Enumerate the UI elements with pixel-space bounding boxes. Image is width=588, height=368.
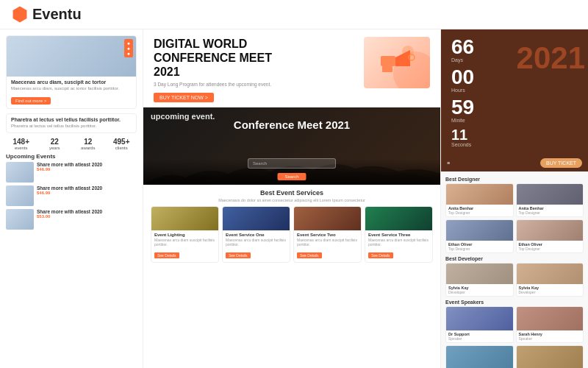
designer3-body: Ethan Oliver Top Designer xyxy=(446,241,513,252)
event2-thumbnail xyxy=(6,185,34,206)
card2-body: Pharetra at lectus vel tellus facilisis … xyxy=(7,114,136,132)
service1-title: Event Lighting xyxy=(154,233,215,237)
conference-header-inner: DIGITAL WORLDCONFERENCE MEET2021 3 Day L… xyxy=(154,37,430,102)
speaker2-body: Sarah Henry Speaker xyxy=(517,330,584,342)
service4-btn[interactable]: See Details xyxy=(368,252,393,258)
card1-body: Maecenas arcu diam, suscipit ac tortor M… xyxy=(7,77,136,108)
speaker-card-2: Sarah Henry Speaker xyxy=(516,306,584,343)
card1-image: ●●● xyxy=(7,36,136,77)
service1-btn[interactable]: See Details xyxy=(154,252,179,258)
developer1-role: Developer xyxy=(448,290,511,294)
days-value: 66 xyxy=(451,37,512,57)
designer1-body: Anita Benhar Top Designer xyxy=(446,205,513,216)
minutes-label: Minite xyxy=(451,118,512,123)
developer2-image xyxy=(517,263,584,284)
event2-title: Share more with atleast 2020 xyxy=(37,185,137,191)
year-overlay: 2021 xyxy=(517,43,585,74)
developer1-body: Sylvia Kay Developer xyxy=(446,284,513,296)
panel-right: 66 Days 2021 00 Hours 59 Minite 11 xyxy=(441,29,588,368)
countdown-minutes: 59 Minite xyxy=(451,97,512,123)
speaker2-title: Speaker xyxy=(519,336,581,341)
event1-info: Share more with atleast 2020 $46.99 xyxy=(37,162,137,172)
service3-text: Maecenas arcu diam suscipit facilisis po… xyxy=(297,238,358,247)
svg-point-4 xyxy=(409,54,415,60)
event1-title: Share more with atleast 2020 xyxy=(37,162,137,168)
card2-text: Pharetra at lectus vel tellus facilisis … xyxy=(11,124,132,130)
stat1-value: 148+ xyxy=(6,138,37,146)
event3-title: Share more with atleast 2020 xyxy=(37,209,137,215)
designer-card-2: Anita Benhar Top Designer xyxy=(516,183,584,217)
service3-body: Event Service Two Maecenas arcu diam sus… xyxy=(294,230,361,262)
hours-label: Hours xyxy=(451,88,512,93)
service-card-1: Event Lighting Maecenas arcu diam suscip… xyxy=(151,206,219,263)
event1-price: $46.99 xyxy=(37,167,137,171)
stat4-value: 495+ xyxy=(107,138,137,146)
designer-grid: Anita Benhar Top Designer Anita Benhar T… xyxy=(445,183,584,253)
service2-title: Event Service One xyxy=(226,233,287,237)
service2-body: Event Service One Maecenas arcu diam sus… xyxy=(223,230,290,262)
event-item-1: Share more with atleast 2020 $46.99 xyxy=(6,162,137,183)
conference-header: DIGITAL WORLDCONFERENCE MEET2021 3 Day L… xyxy=(143,29,440,107)
speaker1-body: Dr Support Speaker xyxy=(446,330,513,342)
speaker-card-3: Dr Support Speaker xyxy=(445,345,514,368)
service-card-2: Event Service One Maecenas arcu diam sus… xyxy=(222,206,290,263)
card1-badge: ●●● xyxy=(124,39,133,57)
conference-hero-image xyxy=(364,37,430,88)
countdown-section: 66 Days 2021 00 Hours 59 Minite 11 xyxy=(441,29,588,155)
card1-title: Maecenas arcu diam, suscipit ac tortor xyxy=(11,79,132,85)
event3-price: $53.00 xyxy=(37,214,137,219)
card1-btn[interactable]: Find out more > xyxy=(11,97,51,105)
speaker-card-1: Dr Support Speaker xyxy=(445,306,514,343)
developer1-image xyxy=(446,263,513,284)
stat-2: 22 years xyxy=(40,138,71,150)
service3-btn[interactable]: See Details xyxy=(297,252,322,258)
designer-card-3: Ethan Oliver Top Designer xyxy=(445,219,514,253)
hero-search-btn[interactable]: Search xyxy=(277,173,306,180)
service3-title: Event Service Two xyxy=(297,233,358,237)
event2-price: $46.99 xyxy=(37,191,137,195)
seconds-label: Seconds xyxy=(451,142,512,147)
service4-text: Maecenas arcu diam suscipit facilisis po… xyxy=(368,238,429,247)
conference-meet-text: Conference Meet 2021 xyxy=(143,118,440,131)
service2-btn[interactable]: See Details xyxy=(226,252,251,258)
conference-title: DIGITAL WORLDCONFERENCE MEET2021 xyxy=(154,37,358,79)
card1-text: Maecenas arcu diam, suscipit ac tortor f… xyxy=(11,86,132,92)
hamburger-icon[interactable]: ≡ xyxy=(447,160,450,166)
svg-rect-3 xyxy=(382,66,392,72)
mobile-buy-btn[interactable]: BUY TICKET xyxy=(540,158,582,168)
countdown-hours: 00 Hours xyxy=(451,67,512,93)
buy-ticket-btn[interactable]: BUY TICKET NOW > xyxy=(154,93,214,102)
stat-1: 148+ events xyxy=(6,138,37,150)
best-services-sub: Maecenasis do dolor sit amet consectetur… xyxy=(151,198,433,202)
upcoming-hero-banner: upcoming event. Conference Meet 2021 Sea… xyxy=(143,107,440,185)
service1-text: Maecenas arcu diam suscipit facilisis po… xyxy=(154,238,215,247)
stat-3: 12 awards xyxy=(73,138,104,150)
svg-rect-1 xyxy=(381,56,395,66)
service4-body: Event Service Three Maecenas arcu diam s… xyxy=(365,230,432,262)
mobile-mockup: ≡ BUY TICKET Best Designer Anita Benhar … xyxy=(441,155,588,368)
preview-card-2: Pharetra at lectus vel tellus facilisis … xyxy=(6,113,137,133)
event3-thumbnail xyxy=(6,209,34,230)
preview-card-1: ●●● Maecenas arcu diam, suscipit ac tort… xyxy=(6,35,137,109)
service-grid: Event Lighting Maecenas arcu diam suscip… xyxy=(151,206,433,263)
logo-hexagon xyxy=(12,7,28,23)
countdown-seconds: 11 Seconds xyxy=(451,127,512,147)
speaker1-image xyxy=(446,307,513,330)
service4-title: Event Service Three xyxy=(368,233,429,237)
designer2-body: Anita Benhar Top Designer xyxy=(517,205,584,216)
panel-left: ●●● Maecenas arcu diam, suscipit ac tort… xyxy=(0,29,143,368)
minutes-value: 59 xyxy=(451,97,512,118)
stat3-value: 12 xyxy=(73,138,104,146)
hero-search-box[interactable]: Search xyxy=(248,158,336,169)
service1-body: Event Lighting Maecenas arcu diam suscip… xyxy=(151,230,218,262)
developer-card-2: Sylvia Kay Developer xyxy=(516,263,584,297)
service2-image xyxy=(223,207,290,230)
hero-search-placeholder: Search xyxy=(253,161,267,166)
countdown-grid: 66 Days 2021 00 Hours 59 Minite 11 xyxy=(451,37,578,147)
main-panels: ●●● Maecenas arcu diam, suscipit ac tort… xyxy=(0,29,588,368)
best-developer-heading: Best Developer xyxy=(445,256,584,261)
service4-image xyxy=(365,207,432,230)
speaker1-title: Speaker xyxy=(448,336,511,341)
stats-row: 148+ events 22 years 12 awards 495+ clie… xyxy=(6,138,137,150)
upcoming-events-heading: Upcoming Events xyxy=(6,153,137,160)
